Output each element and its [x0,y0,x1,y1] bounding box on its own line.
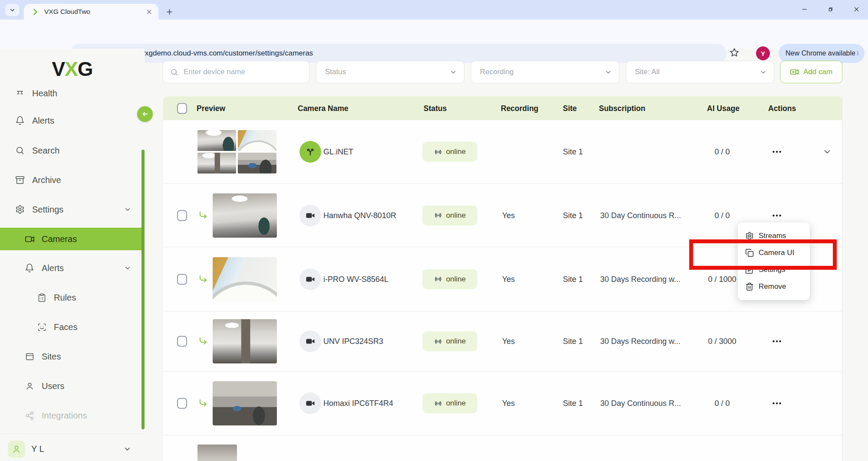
chrome-update-button[interactable]: New Chrome available [779,44,865,63]
sidebar-item-sites[interactable]: Sites [0,345,145,368]
profile-avatar[interactable]: Y [756,46,770,60]
add-cam-button[interactable]: Add cam [780,61,842,83]
screen: VXG CloudTwo [0,0,868,461]
camera-preview-grid[interactable] [197,130,276,173]
close-button[interactable] [851,3,862,15]
ellipsis-icon [771,146,783,157]
nodes-icon [24,411,35,420]
table-header: Preview Camera Name Status Recording Sit… [163,96,842,120]
row-checkbox[interactable] [177,274,187,284]
sidebar-item-archive[interactable]: Archive [0,169,145,191]
camera-name[interactable]: GL.iNET [323,147,353,157]
status-filter-dropdown[interactable]: Status [316,61,464,83]
row-checkbox[interactable] [177,210,187,221]
sidebar-item-alerts[interactable]: Alerts [0,109,145,132]
sidebar-divider [0,434,145,434]
browser-tabstrip: VXG CloudTwo [0,0,868,20]
camera-preview[interactable] [213,319,277,363]
multichannel-device-icon [299,141,321,163]
status-badge: online [422,331,477,351]
device-search-field[interactable] [163,61,309,83]
clipboard-icon [36,293,47,302]
table-row [163,435,842,461]
bookmark-button[interactable] [729,47,740,58]
video-camera-icon [305,398,316,409]
row-actions-button[interactable] [768,145,786,158]
tab-close-icon[interactable] [146,9,152,15]
row-actions-button[interactable] [768,397,786,410]
site-value: Site 1 [563,336,584,347]
row-actions-button[interactable] [768,209,786,222]
camera-preview[interactable] [213,193,277,238]
camera-name[interactable]: Homaxi IPC6TF4R4 [323,399,393,408]
ellipsis-icon [771,210,783,221]
bell-icon [15,116,25,125]
subscription-value: 30 Days Recording w... [600,275,681,284]
restore-button[interactable] [825,3,836,15]
site-value: Site 1 [563,273,584,285]
row-checkbox[interactable] [177,398,187,409]
camera-preview [238,130,276,151]
window-icon [24,352,35,361]
ai-usage-value: 0 / 3000 [687,337,757,346]
sidebar-item-search[interactable]: Search [0,139,145,162]
row-actions-button[interactable] [768,335,786,348]
user-icon [12,445,21,454]
search-input[interactable] [184,68,296,76]
new-tab-button[interactable] [163,6,175,18]
sidebar-scrollbar[interactable] [141,150,145,429]
broadcast-icon [434,211,442,219]
browser-tab[interactable]: VXG CloudTwo [24,4,158,20]
status-badge: online [422,393,477,413]
subdevice-arrow-icon [198,398,208,409]
user-icon [24,382,35,391]
camera-name[interactable]: Hanwha QNV-8010R [323,211,396,220]
sidebar-collapse-button[interactable] [137,106,153,122]
expand-row-button[interactable] [822,147,832,157]
camera-preview[interactable] [213,381,277,425]
kebab-menu-icon[interactable] [855,49,860,57]
camera-plus-icon [790,67,799,77]
recording-value: Yes [502,275,515,284]
sidebar-item-cameras[interactable]: Cameras [0,228,145,250]
chevron-down-icon [822,147,832,157]
sidebar-item-alerts-sub[interactable]: Alerts [0,257,145,279]
site-value: Site 1 [563,146,584,158]
status-badge: online [422,142,477,162]
status-badge: online [422,206,477,226]
sidebar-item-users[interactable]: Users [0,375,145,397]
sidebar-item-integrations[interactable]: Integrations [0,404,145,427]
camera-preview[interactable] [213,257,277,301]
camera-preview [238,153,276,173]
row-checkbox[interactable] [177,336,187,347]
video-camera-icon [24,234,35,244]
sidebar-item-settings[interactable]: Settings [0,198,145,221]
camera-preview [197,153,236,173]
video-camera-icon [305,336,316,347]
search-icon [15,146,25,155]
gear-icon [15,205,25,214]
ellipsis-icon [771,336,783,347]
close-icon [853,6,860,13]
minimize-button[interactable] [799,3,810,15]
camera-name[interactable]: i-PRO WV-S8564L [323,275,388,284]
sidebar-item-faces[interactable]: Faces [0,316,145,338]
menu-item-remove[interactable]: Remove [738,278,810,295]
plus-icon [166,8,173,16]
recording-filter-dropdown[interactable]: Recording [471,61,619,83]
gear-icon [745,232,754,240]
select-all-checkbox[interactable] [177,103,187,114]
chevron-down-icon [123,445,132,453]
chevron-down-icon [124,206,132,213]
sidebar-user-menu[interactable]: Y L [0,437,145,461]
camera-name[interactable]: UNV IPC324SR3 [323,337,383,346]
site-filter-dropdown[interactable]: Site: All [626,61,774,83]
broadcast-icon [434,399,442,408]
tab-search-button[interactable] [5,4,19,16]
url-bar[interactable]: cloudtwo-prod.vxgdemo.cloud-vms.com/cust… [70,44,727,63]
arrow-left-icon [141,110,149,118]
subscription-value: 30 Day Continuous R... [600,211,681,220]
sidebar-item-rules[interactable]: Rules [0,286,145,309]
trash-icon [745,282,754,291]
ai-usage-value: 0 / 0 [687,147,757,157]
